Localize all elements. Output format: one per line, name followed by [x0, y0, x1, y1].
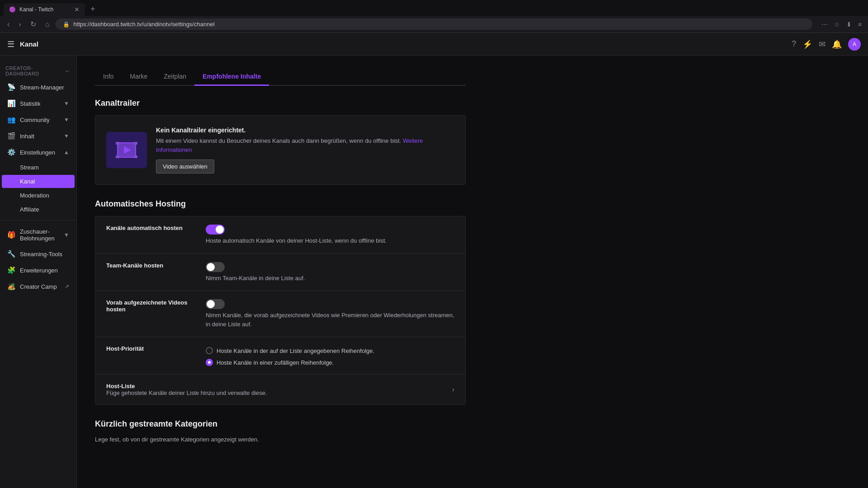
recent-categories-desc: Lege fest, ob von dir gestreamte Kategor… [95, 436, 466, 443]
prerecorded-host-content: Nimm Kanäle, die vorab aufgezeichnete Vi… [206, 299, 454, 328]
einstellungen-icon: ⚙️ [7, 148, 15, 156]
creator-camp-icon: 🏕️ [7, 282, 15, 291]
svg-rect-4 [116, 155, 119, 158]
sidebar-item-erweiterungen[interactable]: 🧩 Erweiterungen [2, 263, 75, 278]
trailer-icon-wrap [106, 132, 147, 168]
sidebar-sub-label: Stream [20, 164, 39, 171]
tab-marke[interactable]: Marke [122, 68, 156, 86]
refresh-button[interactable]: ↻ [28, 19, 39, 29]
tab-title: Kanal - Twitch [19, 6, 53, 13]
auto-host-label: Kanäle automatisch hosten [106, 225, 206, 232]
sidebar-item-zuschauer-belohnungen[interactable]: 🎁 Zuschauer-Belohnungen ▼ [2, 225, 75, 245]
back-button[interactable]: ‹ [5, 19, 12, 29]
mail-icon[interactable]: ✉ [819, 39, 826, 49]
sidebar-item-creator-camp[interactable]: 🏕️ Creator Camp ↗ [2, 279, 75, 294]
prerecorded-host-toggle[interactable] [206, 299, 225, 309]
tab-favicon: 🟣 [9, 6, 16, 13]
content-area: Info Marke Zeitplan Empfohlene Inhalte K… [77, 56, 868, 488]
expand-arrow-icon: ▼ [64, 133, 69, 139]
tab-bar: 🟣 Kanal - Twitch ✕ + [0, 0, 868, 16]
stream-manager-icon: 📡 [7, 83, 15, 91]
sidebar-item-label: Creator Camp [20, 283, 57, 290]
download-icon[interactable]: ⬇ [844, 20, 854, 29]
statistik-icon: 📊 [7, 99, 15, 108]
team-host-toggle[interactable] [206, 262, 225, 272]
select-video-button[interactable]: Video auswählen [156, 160, 214, 174]
sidebar-sub-label: Kanal [20, 178, 35, 185]
inhalt-icon: 🎬 [7, 132, 15, 140]
team-host-content: Nimm Team-Kanäle in deine Liste auf. [206, 262, 454, 283]
browser-tab[interactable]: 🟣 Kanal - Twitch ✕ [4, 3, 85, 16]
sidebar-sub-item-kanal[interactable]: Kanal [2, 175, 75, 188]
app-title: Kanal [20, 40, 38, 48]
radio-circle-list-order [206, 347, 213, 354]
user-avatar[interactable]: A [848, 38, 861, 51]
address-bar-row: ‹ › ↻ ⌂ 🔒 https://dashboard.twitch.tv/u/… [0, 16, 868, 33]
host-list-row[interactable]: Host-Liste Füge gehostete Kanäle deiner … [95, 374, 465, 404]
auto-host-row: Kanäle automatisch hosten Hoste automati… [95, 216, 465, 253]
trailer-empty-desc: Mit einem Video kannst du Besucher deine… [156, 136, 454, 154]
trailer-empty-title: Kein Kanaltrailer eingerichtet. [156, 127, 454, 134]
host-priority-radio-group: Hoste Kanäle in der auf der Liste angege… [206, 347, 454, 366]
sidebar-item-label: Statistik [20, 100, 41, 107]
address-bar[interactable]: 🔒 https://dashboard.twitch.tv/u/andinotv… [56, 19, 812, 30]
sidebar-item-community[interactable]: 👥 Community ▼ [2, 112, 75, 127]
trailer-video-icon [116, 139, 137, 161]
tab-info[interactable]: Info [95, 68, 122, 86]
top-bar-right: ? ⚡ ✉ 🔔 A [792, 38, 861, 51]
streaming-tools-icon: 🔧 [7, 250, 15, 258]
sidebar-item-label: Einstellungen [20, 149, 55, 156]
radio-random[interactable]: Hoste Kanäle in einer zufälligen Reihenf… [206, 359, 454, 366]
tab-close-button[interactable]: ✕ [74, 6, 80, 13]
extensions-icon[interactable]: ⋯ [820, 20, 830, 29]
hosting-card: Kanäle automatisch hosten Hoste automati… [95, 216, 466, 405]
browser-chrome: 🟣 Kanal - Twitch ✕ + ‹ › ↻ ⌂ 🔒 https://d… [0, 0, 868, 33]
svg-rect-3 [134, 142, 137, 145]
lightning-icon[interactable]: ⚡ [802, 39, 812, 49]
sidebar-item-label: Inhalt [20, 133, 34, 140]
hamburger-icon[interactable]: ☰ [7, 39, 14, 49]
sidebar-sub-item-moderation[interactable]: Moderation [2, 189, 75, 202]
svg-rect-2 [116, 142, 119, 145]
sidebar-item-stream-manager[interactable]: 📡 Stream-Manager [2, 80, 75, 95]
prerecorded-host-row: Vorab aufgezeichnete Videos hosten Nimm … [95, 291, 465, 337]
sidebar-item-einstellungen[interactable]: ⚙️ Einstellungen ▲ [2, 145, 75, 160]
bookmark-icon[interactable]: ☆ [832, 20, 842, 29]
forward-button[interactable]: › [16, 19, 24, 29]
expand-arrow-icon: ▼ [64, 232, 69, 238]
trailer-box: Kein Kanaltrailer eingerichtet. Mit eine… [95, 116, 465, 184]
sidebar-item-streaming-tools[interactable]: 🔧 Streaming-Tools [2, 246, 75, 262]
sidebar: CREATOR-DASHBOARD ← 📡 Stream-Manager 📊 S… [0, 56, 77, 488]
sidebar-sub-label: Affiliate [20, 206, 39, 213]
help-icon[interactable]: ? [792, 39, 796, 49]
auto-host-desc: Hoste automatisch Kanäle von deiner Host… [206, 236, 454, 245]
menu-icon[interactable]: ≡ [856, 20, 863, 29]
sidebar-item-statistik[interactable]: 📊 Statistik ▼ [2, 96, 75, 111]
team-host-row: Team-Kanäle hosten Nimm Team-Kanäle in d… [95, 253, 465, 291]
sidebar-sub-item-affiliate[interactable]: Affiliate [2, 203, 75, 216]
tab-zeitplan[interactable]: Zeitplan [156, 68, 194, 86]
browser-toolbar-icons: ⋯ ☆ ⬇ ≡ [820, 20, 863, 29]
content-inner: Info Marke Zeitplan Empfohlene Inhalte K… [77, 56, 484, 455]
expand-arrow-icon: ▼ [64, 100, 69, 107]
sidebar-divider [0, 220, 76, 221]
app-top-bar: ☰ Kanal ? ⚡ ✉ 🔔 A [0, 33, 868, 56]
svg-rect-5 [134, 155, 137, 158]
sidebar-sub-item-stream[interactable]: Stream [2, 161, 75, 174]
team-host-label: Team-Kanäle hosten [106, 262, 206, 270]
notification-icon[interactable]: 🔔 [832, 39, 842, 49]
sidebar-item-inhalt[interactable]: 🎬 Inhalt ▼ [2, 128, 75, 144]
sidebar-collapse-button[interactable]: ← [64, 67, 71, 75]
sidebar-item-label: Zuschauer-Belohnungen [20, 228, 59, 242]
zuschauer-icon: 🎁 [7, 231, 15, 239]
sidebar-item-label: Streaming-Tools [20, 251, 62, 258]
new-tab-button[interactable]: + [87, 3, 99, 16]
sidebar-item-label: Community [20, 117, 50, 123]
auto-host-toggle[interactable] [206, 225, 225, 235]
tab-empfohlene-inhalte[interactable]: Empfohlene Inhalte [194, 68, 269, 86]
prerecorded-host-label: Vorab aufgezeichnete Videos hosten [106, 299, 206, 314]
radio-list-order[interactable]: Hoste Kanäle in der auf der Liste angege… [206, 347, 454, 354]
prerecorded-host-desc: Nimm Kanäle, die vorab aufgezeichnete Vi… [206, 311, 454, 328]
host-list-chevron-icon: › [452, 385, 454, 394]
home-button[interactable]: ⌂ [42, 19, 52, 29]
